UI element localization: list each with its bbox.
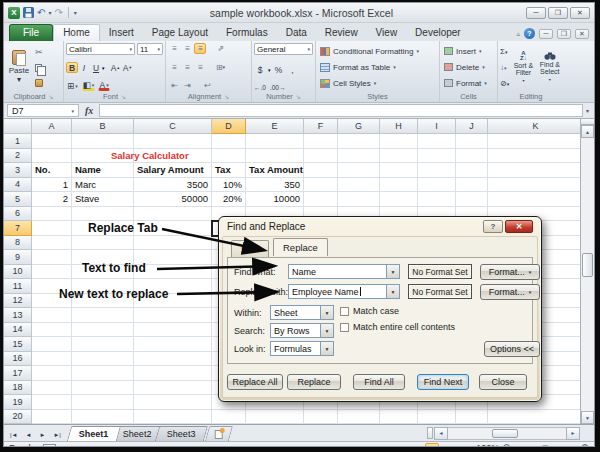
- cell-E20[interactable]: [246, 410, 304, 425]
- excel-logo-icon[interactable]: X: [8, 7, 20, 19]
- next-sheet-button[interactable]: ►: [35, 429, 49, 441]
- cell-F4[interactable]: [304, 178, 338, 193]
- cell-I3[interactable]: [418, 163, 456, 178]
- cell-A8[interactable]: [32, 236, 72, 251]
- cell-B20[interactable]: [72, 410, 134, 425]
- cell-K4[interactable]: [488, 178, 580, 193]
- row-header-20[interactable]: 20: [4, 410, 32, 425]
- decrease-decimal-button[interactable]: .00→: [270, 84, 286, 91]
- row-header-13[interactable]: 13: [4, 308, 32, 323]
- cell-C17[interactable]: [134, 366, 212, 381]
- row-header-1[interactable]: 1: [4, 134, 32, 149]
- zoom-out-button[interactable]: ⊖: [502, 443, 510, 447]
- column-header-c[interactable]: C: [134, 119, 212, 134]
- macro-record-icon[interactable]: [43, 444, 56, 448]
- shrink-font-button[interactable]: A▼: [122, 62, 134, 73]
- zoom-slider[interactable]: ▽: [514, 443, 578, 448]
- currency-button[interactable]: $: [254, 64, 266, 75]
- cell-D4[interactable]: 10%: [212, 178, 246, 193]
- prev-sheet-button[interactable]: ◄: [22, 429, 36, 441]
- cell-J20[interactable]: [456, 410, 488, 425]
- cell-B6[interactable]: [72, 207, 134, 222]
- cell-E1[interactable]: [246, 134, 304, 149]
- cell-H2[interactable]: [380, 149, 418, 164]
- zoom-slider-thumb[interactable]: ▽: [543, 444, 548, 448]
- cell-B17[interactable]: [72, 366, 134, 381]
- copy-icon[interactable]: [35, 64, 42, 72]
- cell-J5[interactable]: [456, 192, 488, 207]
- scroll-right-button[interactable]: ►: [566, 427, 580, 440]
- tab-data[interactable]: Data: [277, 25, 316, 41]
- grow-font-button[interactable]: A▲: [110, 62, 122, 73]
- replace-all-button[interactable]: Replace All: [227, 374, 283, 390]
- cell-B14[interactable]: [72, 323, 134, 338]
- cell-A15[interactable]: [32, 337, 72, 352]
- zoom-in-button[interactable]: ⊕: [581, 443, 589, 447]
- cell-J4[interactable]: [456, 178, 488, 193]
- row-header-14[interactable]: 14: [4, 323, 32, 338]
- row-header-9[interactable]: 9: [4, 250, 32, 265]
- cell-A4[interactable]: 1: [32, 178, 72, 193]
- cell-A14[interactable]: [32, 323, 72, 338]
- cell-A10[interactable]: [32, 265, 72, 280]
- row-header-17[interactable]: 17: [4, 366, 32, 381]
- cell-C15[interactable]: [134, 337, 212, 352]
- cell-I2[interactable]: [418, 149, 456, 164]
- hscroll-thumb[interactable]: [492, 429, 518, 438]
- scroll-up-button[interactable]: ▲: [581, 125, 594, 138]
- column-header-j[interactable]: J: [456, 119, 488, 134]
- replace-button[interactable]: Replace: [287, 374, 341, 390]
- italic-button[interactable]: I: [78, 62, 90, 73]
- formula-bar-expand-icon[interactable]: ▾: [586, 107, 591, 114]
- tab-developer[interactable]: Developer: [406, 25, 470, 41]
- cell-B16[interactable]: [72, 352, 134, 367]
- row-header-4[interactable]: 4: [4, 178, 32, 193]
- cell-C14[interactable]: [134, 323, 212, 338]
- cell-styles-button[interactable]: Cell Styles▾: [320, 77, 437, 90]
- cell-D5[interactable]: 20%: [212, 192, 246, 207]
- cell-E2[interactable]: [246, 149, 304, 164]
- cell-C13[interactable]: [134, 308, 212, 323]
- zoom-level[interactable]: 100%: [476, 443, 499, 447]
- column-header-e[interactable]: E: [246, 119, 304, 134]
- cell-C20[interactable]: [134, 410, 212, 425]
- last-sheet-button[interactable]: ►|: [49, 429, 65, 441]
- dropdown-icon[interactable]: ▼: [386, 265, 399, 278]
- dialog-launcher-icon[interactable]: ↘: [49, 93, 54, 100]
- column-header-h[interactable]: H: [380, 119, 418, 134]
- grid-corner[interactable]: [4, 119, 32, 134]
- cell-E5[interactable]: 10000: [246, 192, 304, 207]
- cell-A9[interactable]: [32, 250, 72, 265]
- cell-K5[interactable]: [488, 192, 580, 207]
- workbook-restore-button[interactable]: ❐: [557, 29, 571, 39]
- column-header-a[interactable]: A: [32, 119, 72, 134]
- format-as-table-button[interactable]: Format as Table▾: [320, 61, 437, 74]
- cell-K1[interactable]: [488, 134, 580, 149]
- align-center-button[interactable]: ≡: [181, 62, 193, 73]
- row-header-5[interactable]: 5: [4, 192, 32, 207]
- insert-sheet-button[interactable]: [205, 426, 233, 441]
- cell-B15[interactable]: [72, 337, 134, 352]
- cell-I5[interactable]: [418, 192, 456, 207]
- cell-D1[interactable]: [212, 134, 246, 149]
- cell-H20[interactable]: [380, 410, 418, 425]
- help-icon[interactable]: ?: [524, 28, 535, 39]
- column-header-i[interactable]: I: [418, 119, 456, 134]
- cell-H1[interactable]: [380, 134, 418, 149]
- row-header-11[interactable]: 11: [4, 279, 32, 294]
- cell-A3[interactable]: No.: [32, 163, 72, 178]
- cell-B4[interactable]: Marc: [72, 178, 134, 193]
- cell-B3[interactable]: Name: [72, 163, 134, 178]
- dialog-launcher-icon[interactable]: ↘: [224, 93, 229, 100]
- vscroll-track[interactable]: [581, 138, 594, 411]
- tab-review[interactable]: Review: [316, 25, 367, 41]
- undo-icon[interactable]: ↶: [37, 8, 45, 18]
- fill-color-button[interactable]: ◧▾: [82, 80, 96, 91]
- row-header-18[interactable]: 18: [4, 381, 32, 396]
- delete-cells-button[interactable]: Delete▾: [444, 61, 495, 74]
- undo-dropdown-icon[interactable]: ▾: [48, 9, 51, 16]
- row-header-3[interactable]: 3: [4, 163, 32, 178]
- font-name-select[interactable]: Calibri▾: [66, 43, 135, 55]
- vertical-scrollbar[interactable]: ▲ ▼: [580, 119, 594, 424]
- bottom-align-button[interactable]: ≡: [194, 43, 206, 54]
